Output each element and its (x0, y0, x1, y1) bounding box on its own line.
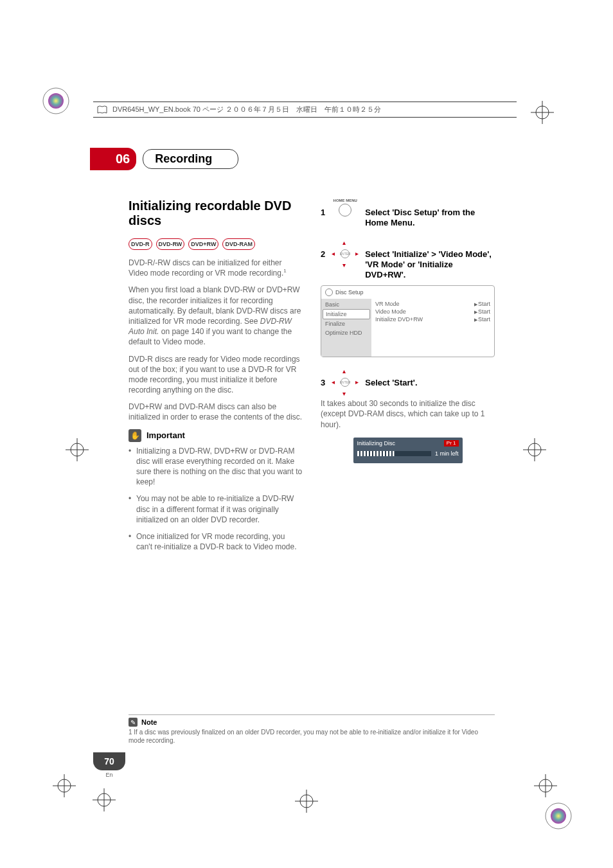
opt-video-label: Video Mode (375, 308, 406, 315)
para-1-text: DVD-R/-RW discs can be initialized for e… (129, 258, 283, 278)
step-1-text: Select 'Disc Setup' from the Home Menu. (365, 199, 495, 229)
arrow-down-icon: ▾ (342, 261, 346, 269)
tag-dvd-plus-rw: DVD+RW (188, 238, 218, 250)
note-text: 1 If a disc was previously finalized on … (129, 728, 495, 745)
page-lang: En (93, 772, 125, 778)
tag-dvd-ram: DVD-RAM (222, 238, 255, 250)
menu-basic: Basic (323, 300, 370, 309)
disc-format-tags: DVD-R DVD-RW DVD+RW DVD-RAM (129, 238, 303, 250)
reg-mark-tr (529, 100, 555, 125)
bullet-1: Initializing a DVD-RW, DVD+RW or DVD-RAM… (129, 446, 303, 488)
arrow-left-icon: ◂ (332, 250, 335, 257)
step-2: 2 ENTER ▴ ▾ ◂ ▸ Select 'Initialize' > 'V… (321, 240, 495, 281)
tag-dvd-rw: DVD-RW (156, 238, 185, 250)
step-1: 1 HOME MENU Select 'Disc Setup' from the… (321, 199, 495, 229)
opt-vr-label: VR Mode (375, 301, 400, 307)
file-header-strip: DVR645H_WY_EN.book 70 ページ ２００６年７月５日 水曜日 … (93, 102, 517, 118)
chapter-number-badge: 06 (90, 148, 136, 170)
enter-button-icon-2: ENTER (341, 378, 350, 387)
file-header-text: DVR645H_WY_EN.book 70 ページ ２００６年７月５日 水曜日 … (112, 105, 381, 114)
home-menu-button-icon: HOME MENU (332, 199, 359, 217)
opt-video-mode: Video Mode Start (374, 308, 492, 315)
enter-button-icon: ENTER (341, 249, 350, 258)
disc-icon (325, 288, 333, 296)
menu-initialize: Initialize (323, 309, 370, 319)
important-heading: ✋ Important (129, 429, 303, 442)
book-icon (97, 105, 107, 114)
dpad-icon-2: ENTER ▴ ▾ ◂ ▸ (332, 369, 359, 396)
important-label: Important (147, 430, 185, 440)
footnote-ref-1: 1 (283, 268, 286, 274)
reg-mark-br2 (533, 773, 558, 799)
chapter-header: 06 Recording (129, 148, 495, 170)
progress-screenshot: Initializing Disc Pr 1 1 min left (353, 438, 463, 463)
arrow-right-icon-2: ▸ (355, 378, 359, 385)
step-1-num: 1 (321, 199, 325, 217)
note-icon: ✎ (129, 718, 138, 727)
crop-corner-br (544, 801, 573, 831)
menu-optimize: Optimize HDD (323, 328, 370, 337)
para-1: DVD-R/-RW discs can be initialized for e… (129, 258, 303, 278)
progress-badge: Pr 1 (444, 440, 459, 447)
step-2-text: Select 'Initialize' > 'Video Mode', 'VR … (365, 240, 495, 281)
tag-dvd-r: DVD-R (129, 238, 152, 250)
section-title: Initializing recordable DVD discs (129, 199, 303, 228)
para-3: DVD-R discs are ready for Video mode rec… (129, 354, 303, 396)
opt-video-action: Start (474, 308, 490, 315)
arrow-up-icon: ▴ (342, 239, 346, 246)
opt-init-dvdrw: Initialize DVD+RW Start (374, 315, 492, 323)
bullet-2: You may not be able to re-initialize a D… (129, 493, 303, 525)
reg-mark-bl (51, 773, 77, 799)
step-3-num: 3 (321, 369, 325, 387)
home-menu-circle-icon (339, 204, 351, 217)
important-icon: ✋ (129, 429, 141, 442)
reg-mark-bc (294, 788, 319, 814)
step-2-num: 2 (321, 240, 325, 259)
page-number-badge: 70 En (93, 752, 125, 778)
progress-title: Initializing Disc (357, 440, 396, 447)
ui-options: VR Mode Start Video Mode Start Initializ… (371, 299, 494, 357)
ui-title: Disc Setup (335, 289, 364, 296)
progress-bar (357, 451, 431, 456)
reg-mark-bl2 (91, 787, 117, 813)
note-label: Note (141, 718, 157, 726)
home-menu-label: HOME MENU (332, 199, 359, 202)
arrow-up-icon-2: ▴ (342, 368, 346, 375)
important-bullets: Initializing a DVD-RW, DVD+RW or DVD-RAM… (129, 446, 303, 553)
reg-mark-ml (64, 437, 90, 463)
right-column: 1 HOME MENU Select 'Disc Setup' from the… (321, 199, 495, 558)
chapter-title: Recording (143, 149, 238, 169)
para-2: When you first load a blank DVD-RW or DV… (129, 285, 303, 347)
arrow-left-icon-2: ◂ (332, 378, 335, 385)
dpad-icon: ENTER ▴ ▾ ◂ ▸ (332, 240, 359, 267)
para-4: DVD+RW and DVD-RAM discs can also be ini… (129, 402, 303, 422)
page-number: 70 (93, 752, 125, 770)
menu-finalize: Finalize (323, 319, 370, 328)
svg-point-3 (551, 808, 566, 824)
crop-corner-tl (41, 86, 71, 116)
bullet-3: Once initialized for VR mode recording, … (129, 531, 303, 552)
ui-side-menu: Basic Initialize Finalize Optimize HDD (321, 299, 371, 357)
opt-vr-action: Start (474, 301, 490, 307)
step-3-sub: It takes about 30 seconds to initialize … (321, 398, 495, 430)
arrow-right-icon: ▸ (355, 250, 359, 257)
disc-setup-screenshot: Disc Setup Basic Initialize Finalize Opt… (321, 285, 495, 357)
step-3-text: Select 'Start'. (365, 369, 495, 388)
reg-mark-mr (522, 437, 547, 463)
left-column: Initializing recordable DVD discs DVD-R … (129, 199, 303, 558)
opt-init-action: Start (474, 316, 490, 323)
note-section: ✎ Note 1 If a disc was previously finali… (129, 714, 495, 745)
progress-time: 1 min left (435, 450, 459, 457)
arrow-down-icon-2: ▾ (342, 390, 346, 397)
svg-point-1 (48, 93, 64, 109)
opt-vr-mode: VR Mode Start (374, 300, 492, 308)
opt-init-label: Initialize DVD+RW (375, 316, 423, 323)
step-3: 3 ENTER ▴ ▾ ◂ ▸ Select 'Start'. (321, 369, 495, 396)
